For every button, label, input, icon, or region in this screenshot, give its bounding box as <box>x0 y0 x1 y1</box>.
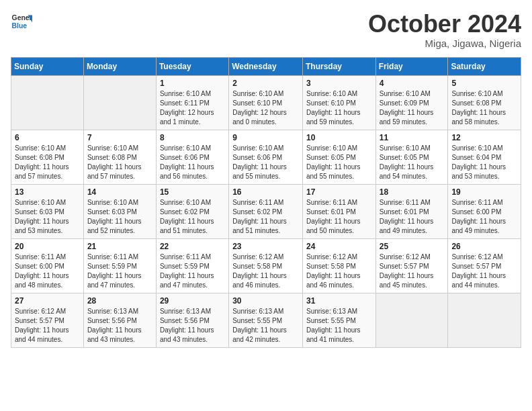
day-number: 6 <box>15 133 80 142</box>
calendar-cell: 28Sunrise: 6:13 AM Sunset: 5:56 PM Dayli… <box>83 293 156 347</box>
day-info: Sunrise: 6:11 AM Sunset: 6:02 PM Dayligh… <box>232 198 299 236</box>
location-subtitle: Miga, Jigawa, Nigeria <box>368 38 521 49</box>
calendar-cell <box>448 293 521 347</box>
calendar-cell: 24Sunrise: 6:12 AM Sunset: 5:58 PM Dayli… <box>302 238 375 293</box>
day-number: 31 <box>306 296 372 306</box>
day-info: Sunrise: 6:11 AM Sunset: 5:59 PM Dayligh… <box>160 253 225 290</box>
day-info: Sunrise: 6:12 AM Sunset: 5:57 PM Dayligh… <box>451 253 517 290</box>
calendar-cell: 7Sunrise: 6:10 AM Sunset: 6:08 PM Daylig… <box>83 130 156 184</box>
calendar-cell: 31Sunrise: 6:13 AM Sunset: 5:55 PM Dayli… <box>302 293 375 347</box>
day-number: 8 <box>160 133 225 142</box>
calendar-cell: 6Sunrise: 6:10 AM Sunset: 6:08 PM Daylig… <box>11 130 84 184</box>
day-number: 28 <box>87 296 152 306</box>
weekday-header-thursday: Thursday <box>302 57 375 75</box>
weekday-header-sunday: Sunday <box>11 57 84 75</box>
day-number: 30 <box>232 296 299 306</box>
calendar-cell: 8Sunrise: 6:10 AM Sunset: 6:06 PM Daylig… <box>156 130 228 184</box>
day-info: Sunrise: 6:11 AM Sunset: 5:59 PM Dayligh… <box>87 253 152 290</box>
day-number: 9 <box>232 133 299 142</box>
day-number: 2 <box>232 79 299 88</box>
day-info: Sunrise: 6:13 AM Sunset: 5:55 PM Dayligh… <box>232 307 299 345</box>
calendar-cell: 22Sunrise: 6:11 AM Sunset: 5:59 PM Dayli… <box>156 238 228 293</box>
day-info: Sunrise: 6:10 AM Sunset: 6:08 PM Dayligh… <box>87 144 152 181</box>
calendar-cell <box>83 75 156 130</box>
day-info: Sunrise: 6:10 AM Sunset: 6:10 PM Dayligh… <box>306 89 372 127</box>
calendar-table: SundayMondayTuesdayWednesdayThursdayFrid… <box>11 57 521 348</box>
day-info: Sunrise: 6:10 AM Sunset: 6:08 PM Dayligh… <box>15 144 80 181</box>
day-number: 3 <box>306 79 372 88</box>
day-info: Sunrise: 6:12 AM Sunset: 5:57 PM Dayligh… <box>15 307 80 345</box>
calendar-cell: 4Sunrise: 6:10 AM Sunset: 6:09 PM Daylig… <box>375 75 448 130</box>
day-info: Sunrise: 6:13 AM Sunset: 5:56 PM Dayligh… <box>87 307 152 345</box>
calendar-cell: 11Sunrise: 6:10 AM Sunset: 6:05 PM Dayli… <box>375 130 448 184</box>
calendar-cell: 13Sunrise: 6:10 AM Sunset: 6:03 PM Dayli… <box>11 184 84 238</box>
day-number: 29 <box>160 296 225 306</box>
day-number: 26 <box>451 242 517 251</box>
weekday-header-friday: Friday <box>375 57 448 75</box>
calendar-cell: 20Sunrise: 6:11 AM Sunset: 6:00 PM Dayli… <box>11 238 84 293</box>
day-info: Sunrise: 6:13 AM Sunset: 5:55 PM Dayligh… <box>306 307 372 345</box>
calendar-cell: 21Sunrise: 6:11 AM Sunset: 5:59 PM Dayli… <box>83 238 156 293</box>
day-number: 12 <box>451 133 517 142</box>
day-info: Sunrise: 6:13 AM Sunset: 5:56 PM Dayligh… <box>160 307 225 345</box>
day-info: Sunrise: 6:10 AM Sunset: 6:10 PM Dayligh… <box>232 89 299 127</box>
calendar-cell: 26Sunrise: 6:12 AM Sunset: 5:57 PM Dayli… <box>448 238 521 293</box>
calendar-cell: 10Sunrise: 6:10 AM Sunset: 6:05 PM Dayli… <box>302 130 375 184</box>
day-number: 21 <box>87 242 152 251</box>
day-info: Sunrise: 6:10 AM Sunset: 6:03 PM Dayligh… <box>87 198 152 236</box>
day-number: 13 <box>15 187 80 197</box>
day-number: 19 <box>451 187 517 197</box>
logo: General Blue <box>11 11 32 32</box>
day-info: Sunrise: 6:10 AM Sunset: 6:11 PM Dayligh… <box>160 89 225 127</box>
day-info: Sunrise: 6:11 AM Sunset: 6:01 PM Dayligh… <box>306 198 372 236</box>
day-info: Sunrise: 6:12 AM Sunset: 5:58 PM Dayligh… <box>306 253 372 290</box>
calendar-cell: 1Sunrise: 6:10 AM Sunset: 6:11 PM Daylig… <box>156 75 228 130</box>
day-number: 23 <box>232 242 299 251</box>
calendar-cell: 9Sunrise: 6:10 AM Sunset: 6:06 PM Daylig… <box>229 130 303 184</box>
day-info: Sunrise: 6:10 AM Sunset: 6:03 PM Dayligh… <box>15 198 80 236</box>
weekday-header-monday: Monday <box>83 57 156 75</box>
day-info: Sunrise: 6:12 AM Sunset: 5:57 PM Dayligh… <box>380 253 445 290</box>
day-number: 16 <box>232 187 299 197</box>
day-number: 1 <box>160 79 225 88</box>
day-info: Sunrise: 6:10 AM Sunset: 6:09 PM Dayligh… <box>380 89 445 127</box>
day-number: 18 <box>380 187 445 197</box>
day-number: 11 <box>380 133 445 142</box>
day-number: 14 <box>87 187 152 197</box>
calendar-cell: 25Sunrise: 6:12 AM Sunset: 5:57 PM Dayli… <box>375 238 448 293</box>
calendar-cell: 2Sunrise: 6:10 AM Sunset: 6:10 PM Daylig… <box>229 75 303 130</box>
day-number: 17 <box>306 187 372 197</box>
day-number: 27 <box>15 296 80 306</box>
day-number: 22 <box>160 242 225 251</box>
day-number: 20 <box>15 242 80 251</box>
calendar-cell: 30Sunrise: 6:13 AM Sunset: 5:55 PM Dayli… <box>229 293 303 347</box>
day-number: 15 <box>160 187 225 197</box>
day-number: 24 <box>306 242 372 251</box>
calendar-cell: 3Sunrise: 6:10 AM Sunset: 6:10 PM Daylig… <box>302 75 375 130</box>
calendar-cell: 18Sunrise: 6:11 AM Sunset: 6:01 PM Dayli… <box>375 184 448 238</box>
day-info: Sunrise: 6:10 AM Sunset: 6:08 PM Dayligh… <box>451 89 517 127</box>
calendar-cell: 5Sunrise: 6:10 AM Sunset: 6:08 PM Daylig… <box>448 75 521 130</box>
calendar-cell: 14Sunrise: 6:10 AM Sunset: 6:03 PM Dayli… <box>83 184 156 238</box>
svg-text:Blue: Blue <box>12 22 28 30</box>
day-info: Sunrise: 6:10 AM Sunset: 6:02 PM Dayligh… <box>160 198 225 236</box>
weekday-header-tuesday: Tuesday <box>156 57 228 75</box>
day-info: Sunrise: 6:10 AM Sunset: 6:04 PM Dayligh… <box>451 144 517 181</box>
day-number: 5 <box>451 79 517 88</box>
weekday-header-wednesday: Wednesday <box>229 57 303 75</box>
calendar-cell: 16Sunrise: 6:11 AM Sunset: 6:02 PM Dayli… <box>229 184 303 238</box>
day-number: 4 <box>380 79 445 88</box>
day-info: Sunrise: 6:12 AM Sunset: 5:58 PM Dayligh… <box>232 253 299 290</box>
calendar-cell: 15Sunrise: 6:10 AM Sunset: 6:02 PM Dayli… <box>156 184 228 238</box>
day-info: Sunrise: 6:11 AM Sunset: 6:00 PM Dayligh… <box>451 198 517 236</box>
day-info: Sunrise: 6:10 AM Sunset: 6:05 PM Dayligh… <box>380 144 445 181</box>
title-block: October 2024 Miga, Jigawa, Nigeria <box>368 11 521 49</box>
calendar-cell: 17Sunrise: 6:11 AM Sunset: 6:01 PM Dayli… <box>302 184 375 238</box>
day-info: Sunrise: 6:11 AM Sunset: 6:00 PM Dayligh… <box>15 253 80 290</box>
calendar-cell: 12Sunrise: 6:10 AM Sunset: 6:04 PM Dayli… <box>448 130 521 184</box>
month-title: October 2024 <box>368 11 521 38</box>
calendar-cell <box>375 293 448 347</box>
day-number: 25 <box>380 242 445 251</box>
page-header: General Blue October 2024 Miga, Jigawa, … <box>11 11 521 49</box>
calendar-cell <box>11 75 84 130</box>
